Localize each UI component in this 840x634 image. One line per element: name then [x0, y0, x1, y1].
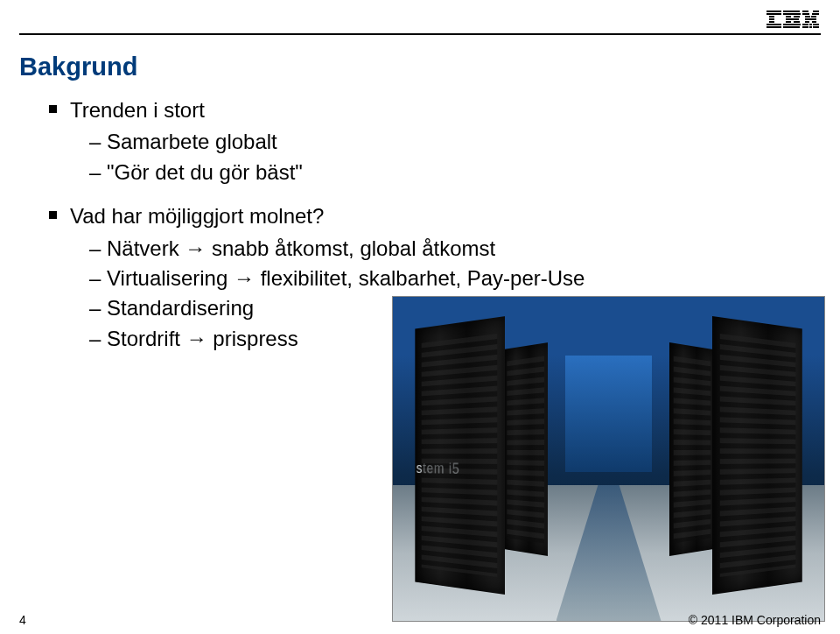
bullet-heading: Vad har möjliggjort molnet? — [70, 204, 324, 228]
page-number: 4 — [19, 613, 26, 627]
sub-item: Virtualisering → flexibilitet, skalbarhe… — [89, 264, 766, 292]
svg-rect-23 — [805, 21, 809, 23]
svg-rect-9 — [786, 16, 791, 18]
svg-rect-7 — [783, 11, 800, 12]
sub-item: Samarbete globalt — [89, 128, 766, 156]
svg-rect-13 — [794, 21, 800, 23]
rack-label: stem i5 — [416, 461, 460, 478]
sub-item: "Gör det du gör bäst" — [89, 158, 766, 187]
svg-rect-8 — [783, 13, 801, 15]
copyright: © 2011 IBM Corporation — [689, 613, 821, 627]
svg-rect-18 — [802, 13, 809, 15]
svg-rect-0 — [766, 11, 781, 12]
bullet-group-0: Trenden i stort Samarbete globalt "Gör d… — [49, 96, 766, 187]
svg-rect-26 — [813, 24, 819, 25]
svg-rect-3 — [769, 18, 774, 20]
svg-rect-16 — [802, 11, 808, 12]
svg-rect-27 — [802, 26, 808, 28]
svg-rect-28 — [813, 26, 819, 28]
svg-rect-6 — [766, 26, 781, 28]
slide: Bakgrund Trenden i stort Samarbete globa… — [0, 0, 840, 634]
svg-rect-25 — [802, 24, 808, 25]
svg-rect-17 — [813, 11, 819, 12]
svg-rect-21 — [811, 16, 816, 18]
svg-rect-1 — [766, 13, 781, 15]
svg-rect-2 — [769, 16, 774, 18]
sub-item: Nätverk → snabb åtkomst, global åtkomst — [89, 235, 766, 263]
bullet-heading: Trenden i stort — [70, 98, 205, 122]
page-title: Bakgrund — [19, 53, 137, 81]
svg-rect-4 — [769, 21, 774, 23]
svg-rect-15 — [783, 26, 800, 28]
svg-rect-14 — [783, 24, 801, 25]
svg-rect-20 — [805, 16, 810, 18]
svg-rect-19 — [812, 13, 819, 15]
svg-rect-10 — [794, 16, 800, 18]
svg-rect-12 — [786, 21, 791, 23]
svg-rect-11 — [786, 18, 799, 20]
svg-rect-24 — [812, 21, 816, 23]
svg-rect-30 — [809, 26, 812, 28]
svg-rect-22 — [805, 18, 816, 20]
ibm-logo — [766, 11, 819, 30]
datacenter-image: stem i5 — [392, 296, 825, 622]
header-divider — [19, 33, 821, 35]
svg-rect-29 — [809, 24, 812, 25]
svg-rect-5 — [766, 24, 781, 25]
